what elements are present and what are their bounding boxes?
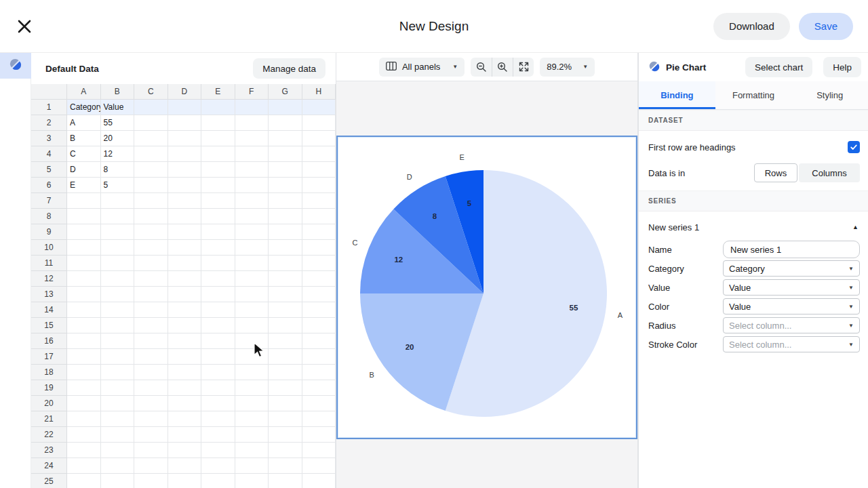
cell-H3[interactable] xyxy=(302,131,336,146)
cell-B4[interactable]: 12 xyxy=(101,146,135,162)
zoom-level-dropdown[interactable]: 89.2% ▼ xyxy=(540,58,595,77)
series-name-input[interactable] xyxy=(723,241,860,258)
cell-A25[interactable] xyxy=(67,474,101,488)
cell-F13[interactable] xyxy=(235,287,269,302)
cell-F9[interactable] xyxy=(235,224,269,240)
cell-F20[interactable] xyxy=(235,396,269,411)
cell-G5[interactable] xyxy=(269,162,302,178)
cell-D24[interactable] xyxy=(168,458,202,474)
tab-binding[interactable]: Binding xyxy=(639,81,715,109)
cell-E17[interactable] xyxy=(201,349,235,365)
cell-A2[interactable]: A xyxy=(67,115,101,131)
row-header-24[interactable]: 24 xyxy=(31,458,67,474)
row-header-14[interactable]: 14 xyxy=(31,302,67,318)
tab-styling[interactable]: Styling xyxy=(791,81,868,109)
row-header-4[interactable]: 4 xyxy=(31,146,67,162)
cell-E23[interactable] xyxy=(201,443,235,458)
save-button[interactable]: Save xyxy=(799,13,853,40)
row-header-10[interactable]: 10 xyxy=(31,240,67,256)
cell-G12[interactable] xyxy=(269,271,302,287)
cell-B25[interactable] xyxy=(101,474,135,488)
column-header-G[interactable]: G xyxy=(269,84,302,100)
cell-F2[interactable] xyxy=(235,115,269,131)
cell-E6[interactable] xyxy=(201,178,235,193)
cell-G24[interactable] xyxy=(269,458,302,474)
cell-H13[interactable] xyxy=(302,287,336,302)
cell-F17[interactable] xyxy=(235,349,269,365)
cell-H15[interactable] xyxy=(302,318,336,333)
cell-E1[interactable] xyxy=(201,100,235,115)
zoom-in-button[interactable] xyxy=(492,58,513,77)
cell-E25[interactable] xyxy=(201,474,235,488)
row-header-16[interactable]: 16 xyxy=(31,333,67,349)
cell-B16[interactable] xyxy=(101,333,135,349)
cell-D11[interactable] xyxy=(168,256,202,271)
color-select[interactable]: Value▼ xyxy=(723,298,860,314)
cell-F12[interactable] xyxy=(235,271,269,287)
cell-D1[interactable] xyxy=(168,100,202,115)
cell-B14[interactable] xyxy=(101,302,135,318)
cell-G11[interactable] xyxy=(269,256,302,271)
cell-D7[interactable] xyxy=(168,193,202,209)
row-header-2[interactable]: 2 xyxy=(31,115,67,131)
column-header-D[interactable]: D xyxy=(168,84,202,100)
cell-E11[interactable] xyxy=(201,256,235,271)
cell-B10[interactable] xyxy=(101,240,135,256)
cell-G23[interactable] xyxy=(269,443,302,458)
cell-A9[interactable] xyxy=(67,224,101,240)
cell-H18[interactable] xyxy=(302,365,336,380)
cell-F3[interactable] xyxy=(235,131,269,146)
zoom-out-button[interactable] xyxy=(471,58,492,77)
row-header-7[interactable]: 7 xyxy=(31,193,67,209)
columns-toggle-button[interactable]: Columns xyxy=(799,163,860,182)
cell-A19[interactable] xyxy=(67,380,101,396)
row-header-11[interactable]: 11 xyxy=(31,256,67,271)
row-header-1[interactable]: 1 xyxy=(31,100,67,115)
chart-artboard-selected[interactable]: 55A20B12C8D5E xyxy=(336,136,637,439)
cell-A23[interactable] xyxy=(67,443,101,458)
cell-A6[interactable]: E xyxy=(67,178,101,193)
all-panels-dropdown[interactable]: All panels ▼ xyxy=(379,58,465,77)
column-header-B[interactable]: B xyxy=(101,84,135,100)
cell-C17[interactable] xyxy=(134,349,168,365)
cell-E19[interactable] xyxy=(201,380,235,396)
row-header-18[interactable]: 18 xyxy=(31,365,67,380)
row-header-3[interactable]: 3 xyxy=(31,131,67,146)
cell-F22[interactable] xyxy=(235,427,269,443)
cell-B18[interactable] xyxy=(101,365,135,380)
cell-B15[interactable] xyxy=(101,318,135,333)
cell-B13[interactable] xyxy=(101,287,135,302)
row-header-13[interactable]: 13 xyxy=(31,287,67,302)
cell-D3[interactable] xyxy=(168,131,202,146)
cell-H6[interactable] xyxy=(302,178,336,193)
series-item-header[interactable]: New series 1 ▲ xyxy=(639,214,868,240)
help-button[interactable]: Help xyxy=(823,57,861,77)
cell-E7[interactable] xyxy=(201,193,235,209)
cell-G25[interactable] xyxy=(269,474,302,488)
column-header-C[interactable]: C xyxy=(134,84,168,100)
cell-C4[interactable] xyxy=(134,146,168,162)
row-header-21[interactable]: 21 xyxy=(31,411,67,427)
cell-C2[interactable] xyxy=(134,115,168,131)
cell-F1[interactable] xyxy=(235,100,269,115)
cell-G8[interactable] xyxy=(269,209,302,224)
cell-B11[interactable] xyxy=(101,256,135,271)
cell-D13[interactable] xyxy=(168,287,202,302)
cell-G6[interactable] xyxy=(269,178,302,193)
cell-F23[interactable] xyxy=(235,443,269,458)
cell-A10[interactable] xyxy=(67,240,101,256)
row-header-23[interactable]: 23 xyxy=(31,443,67,458)
spreadsheet[interactable]: ABCDEFGH1CategoryValue2A553B204C125D86E5… xyxy=(31,84,336,488)
cell-B23[interactable] xyxy=(101,443,135,458)
cell-D19[interactable] xyxy=(168,380,202,396)
cell-B21[interactable] xyxy=(101,411,135,427)
cell-E15[interactable] xyxy=(201,318,235,333)
cell-F11[interactable] xyxy=(235,256,269,271)
cell-E20[interactable] xyxy=(201,396,235,411)
cell-D18[interactable] xyxy=(168,365,202,380)
cell-B3[interactable]: 20 xyxy=(101,131,135,146)
cell-B1[interactable]: Value xyxy=(101,100,135,115)
cell-A3[interactable]: B xyxy=(67,131,101,146)
cell-H19[interactable] xyxy=(302,380,336,396)
cell-E10[interactable] xyxy=(201,240,235,256)
